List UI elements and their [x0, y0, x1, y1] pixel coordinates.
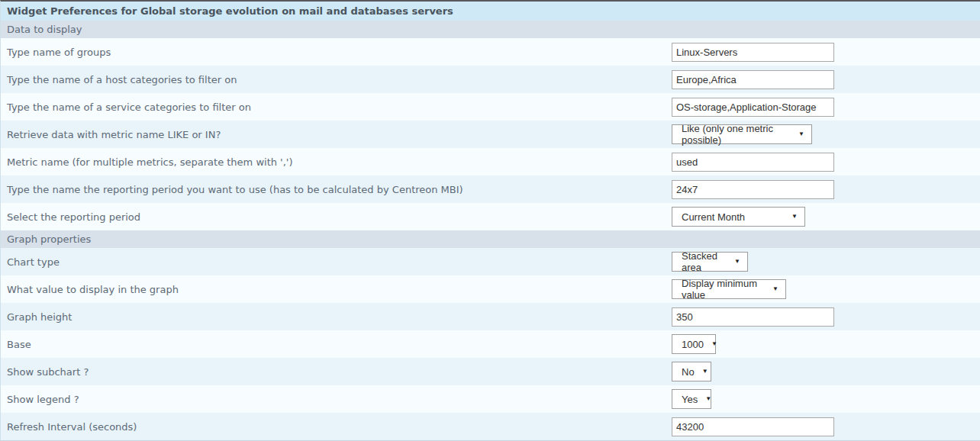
field-label: Select the reporting period: [1, 211, 672, 223]
dropdown-arrow-icon: ▼: [734, 259, 740, 265]
service-categories-input[interactable]: [672, 98, 834, 117]
chart-type-select[interactable]: Stacked area ▼: [672, 252, 748, 272]
selected-option-label: No: [682, 366, 695, 378]
row-graph-height: Graph height: [1, 303, 980, 330]
reporting-period-select[interactable]: Current Month ▼: [672, 207, 805, 227]
selected-option-label: 1000: [682, 339, 704, 350]
row-show-legend: Show legend ? Yes ▼: [1, 385, 980, 413]
row-host-categories: Type the name of a host categories to fi…: [1, 66, 980, 93]
row-chart-type: Chart type Stacked area ▼: [1, 248, 980, 275]
field-label: Chart type: [1, 256, 672, 268]
field-label: Type the name the reporting period you w…: [1, 184, 672, 195]
graph-height-input[interactable]: [672, 307, 834, 327]
dropdown-arrow-icon: ▼: [772, 286, 779, 292]
field-label: Show legend ?: [1, 394, 672, 405]
dropdown-arrow-icon: ▼: [798, 131, 804, 137]
show-subchart-select[interactable]: No ▼: [672, 362, 711, 381]
section-header-graph-properties: Graph properties: [1, 230, 980, 248]
selected-option-label: Stacked area: [682, 250, 727, 273]
show-legend-select[interactable]: Yes ▼: [672, 389, 711, 409]
metric-name-input[interactable]: [672, 153, 834, 172]
field-label: Type the name of a service categories to…: [1, 101, 672, 113]
group-names-input[interactable]: [672, 43, 834, 62]
row-metric-name: Metric name (for multiple metrics, separ…: [1, 148, 980, 175]
dropdown-arrow-icon: ▼: [791, 214, 798, 220]
row-display-value: What value to display in the graph Displ…: [1, 275, 980, 303]
field-label: Graph height: [1, 311, 672, 323]
row-reporting-period-name: Type the name the reporting period you w…: [1, 175, 980, 203]
widget-preferences-panel: Widget Preferences for Global storage ev…: [0, 0, 980, 441]
section-header-data-to-display: Data to display: [1, 21, 980, 38]
row-group-names: Type name of groups: [1, 38, 980, 66]
field-label: Type the name of a host categories to fi…: [1, 74, 672, 85]
refresh-interval-input[interactable]: [672, 417, 834, 436]
base-select[interactable]: 1000 ▼: [672, 334, 716, 354]
row-base: Base 1000 ▼: [1, 330, 980, 358]
dropdown-arrow-icon: ▼: [702, 369, 708, 375]
dropdown-arrow-icon: ▼: [705, 396, 711, 402]
row-refresh-interval: Refresh Interval (seconds): [1, 413, 980, 440]
display-value-select[interactable]: Display minimum value ▼: [672, 279, 786, 299]
selected-option-label: Current Month: [682, 211, 745, 223]
field-label: What value to display in the graph: [1, 284, 672, 295]
row-reporting-period: Select the reporting period Current Mont…: [1, 203, 980, 230]
metric-like-or-in-select[interactable]: Like (only one metric possible) ▼: [672, 124, 812, 144]
selected-option-label: Display minimum value: [682, 278, 765, 301]
field-label: Refresh Interval (seconds): [1, 421, 672, 433]
field-label: Retrieve data with metric name LIKE or I…: [1, 129, 672, 140]
panel-title: Widget Preferences for Global storage ev…: [1, 2, 980, 21]
field-label: Metric name (for multiple metrics, separ…: [1, 156, 672, 168]
selected-option-label: Yes: [682, 394, 698, 405]
host-categories-input[interactable]: [672, 70, 834, 89]
row-show-subchart: Show subchart ? No ▼: [1, 358, 980, 385]
row-service-categories: Type the name of a service categories to…: [1, 93, 980, 121]
dropdown-arrow-icon: ▼: [711, 341, 717, 347]
field-label: Type name of groups: [1, 47, 672, 58]
selected-option-label: Like (only one metric possible): [682, 123, 791, 146]
row-metric-like-or-in: Retrieve data with metric name LIKE or I…: [1, 121, 980, 148]
field-label: Base: [1, 339, 672, 350]
field-label: Show subchart ?: [1, 366, 672, 378]
reporting-period-name-input[interactable]: [672, 180, 834, 199]
